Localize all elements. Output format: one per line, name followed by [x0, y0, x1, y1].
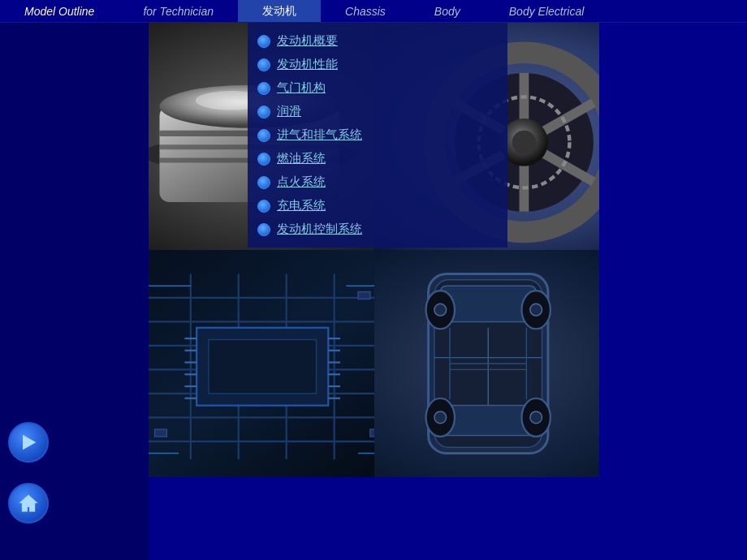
- home-icon: [17, 492, 40, 515]
- left-sidebar: [0, 23, 149, 560]
- engine-dropdown-menu: 发动机概要 发动机性能 气门机构 润滑 进气和排气系统 燃油系统 点火系统 充电…: [248, 23, 507, 248]
- nav-for-technician[interactable]: for Technician: [119, 0, 238, 22]
- bullet-icon: [257, 223, 270, 236]
- chassis-image: [374, 250, 600, 477]
- bullet-icon: [257, 129, 270, 142]
- dropdown-engine-performance[interactable]: 发动机性能: [248, 53, 507, 76]
- bullet-icon: [257, 106, 270, 118]
- nav-arrow-button[interactable]: [8, 422, 49, 463]
- nav-home-button[interactable]: [8, 483, 49, 523]
- bullet-icon: [257, 58, 270, 71]
- dropdown-ignition-system[interactable]: 点火系统: [248, 170, 507, 194]
- nav-engine[interactable]: 发动机: [238, 0, 321, 22]
- dropdown-engine-control[interactable]: 发动机控制系统: [248, 218, 507, 241]
- nav-model-outline[interactable]: Model Outline: [0, 0, 119, 22]
- dropdown-fuel-system[interactable]: 燃油系统: [248, 147, 507, 170]
- svg-point-16: [512, 131, 535, 154]
- circuit-svg: [149, 250, 374, 477]
- svg-rect-52: [358, 292, 370, 299]
- arrow-icon: [17, 431, 40, 454]
- nav-bar: Model Outline for Technician 发动机 Chassis…: [0, 0, 747, 23]
- svg-point-67: [434, 411, 446, 424]
- svg-point-66: [529, 304, 542, 316]
- svg-rect-53: [155, 429, 167, 437]
- bullet-icon: [257, 200, 270, 213]
- dropdown-lubrication[interactable]: 润滑: [248, 100, 507, 123]
- svg-point-68: [529, 411, 542, 424]
- circuit-image: [149, 250, 374, 477]
- nav-chassis[interactable]: Chassis: [321, 0, 410, 22]
- svg-point-65: [434, 304, 446, 316]
- dropdown-engine-overview[interactable]: 发动机概要: [248, 29, 507, 53]
- nav-body-electrical[interactable]: Body Electrical: [485, 0, 609, 22]
- bullet-icon: [257, 176, 270, 189]
- nav-body[interactable]: Body: [410, 0, 485, 22]
- dropdown-intake-exhaust[interactable]: 进气和排气系统: [248, 123, 507, 147]
- svg-rect-45: [209, 340, 317, 394]
- chassis-svg: [374, 250, 600, 477]
- dropdown-valve-mechanism[interactable]: 气门机构: [248, 76, 507, 100]
- dropdown-charging-system[interactable]: 充电系统: [248, 194, 507, 218]
- svg-marker-0: [23, 435, 36, 450]
- bullet-icon: [257, 82, 270, 95]
- bullet-icon: [257, 35, 270, 48]
- bullet-icon: [257, 153, 270, 166]
